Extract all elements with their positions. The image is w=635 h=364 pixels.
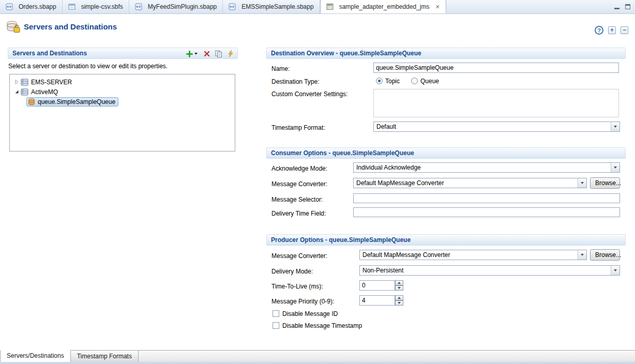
servers-section-header: Servers and Destinations	[8, 48, 238, 59]
close-icon[interactable]: ✕	[435, 4, 440, 10]
tab-timestamp-formats[interactable]: Timestamp Formats	[71, 351, 139, 362]
stepper-down-icon[interactable]	[395, 300, 403, 306]
chevron-collapsed-icon[interactable]	[13, 79, 21, 85]
tab-label: MyFeedSimPlugin.sbapp	[148, 3, 217, 10]
delivery-time-field-input[interactable]	[353, 207, 620, 217]
editor-tab-bar: Orders.sbapp simple-csv.sbfs MyFeedSimPl…	[0, 0, 635, 14]
tree-selected-item[interactable]: queue.SimpleSampleQueue	[26, 97, 118, 107]
acknowledge-mode-label: Acknowledge Mode:	[271, 165, 327, 172]
custom-converter-label: Custom Converter Settings:	[271, 90, 347, 98]
message-priority-stepper[interactable]	[359, 295, 404, 306]
chevron-down-icon[interactable]	[611, 266, 619, 275]
tree-item-ems-server[interactable]: EMS-SERVER	[10, 77, 235, 87]
minimize-icon[interactable]	[614, 5, 619, 9]
jms-adapter-icon	[6, 20, 21, 36]
tree-item-label: queue.SimpleSampleQueue	[38, 98, 115, 105]
queue-radio[interactable]	[411, 78, 418, 84]
message-selector-input[interactable]	[353, 193, 620, 203]
queue-radio-label[interactable]: Queue	[420, 78, 439, 85]
chevron-down-icon[interactable]	[578, 178, 586, 188]
tab-servers-destinations[interactable]: Servers/Destinations	[0, 350, 71, 362]
disable-message-id-checkbox[interactable]	[273, 310, 279, 317]
chevron-down-icon[interactable]	[611, 122, 619, 131]
time-to-live-input[interactable]	[359, 280, 395, 291]
message-selector-label: Message Selector:	[271, 196, 323, 203]
tab-label: EMSSimpleSample.sbapp	[241, 3, 313, 10]
sbfs-file-icon	[68, 3, 75, 10]
servers-toolbar	[185, 50, 235, 58]
servers-section-title: Servers and Destinations	[12, 50, 87, 57]
chevron-down-icon[interactable]	[578, 250, 586, 260]
sbapp-file-icon	[229, 3, 236, 10]
tab-myfeedsimplugin-sbapp[interactable]: MyFeedSimPlugin.sbapp	[129, 0, 223, 13]
stepper-up-icon[interactable]	[395, 280, 403, 285]
add-icon[interactable]	[185, 50, 193, 58]
consumer-options-header: Consumer Options - queue.SimpleSampleQue…	[266, 147, 626, 159]
tree-item-label: EMS-SERVER	[31, 79, 72, 86]
add-dropdown-icon[interactable]	[194, 50, 199, 58]
stepper-down-icon[interactable]	[395, 285, 403, 291]
topic-radio-label[interactable]: Topic	[385, 78, 400, 85]
tree-item-queue-simplesamplequeue[interactable]: queue.SimpleSampleQueue	[10, 97, 235, 107]
copy-icon[interactable]	[215, 50, 223, 58]
delivery-mode-select[interactable]: Non-Persistent	[359, 265, 620, 276]
server-icon	[21, 79, 28, 86]
consumer-options-section: Consumer Options - queue.SimpleSampleQue…	[266, 147, 626, 234]
name-input[interactable]	[373, 63, 619, 73]
maximize-icon[interactable]	[625, 4, 630, 9]
queue-icon	[28, 98, 35, 105]
servers-tree[interactable]: EMS-SERVER ActiveMQ queue.SimpleSampleQu…	[9, 74, 235, 151]
section-title: Consumer Options - queue.SimpleSampleQue…	[271, 149, 414, 157]
timestamp-format-value: Default	[376, 123, 609, 130]
name-label: Name:	[271, 65, 290, 72]
destination-type-label: Destination Type:	[271, 78, 320, 85]
jms-config-file-icon	[326, 3, 334, 10]
delivery-time-field-label: Delivery Time Field:	[271, 210, 326, 217]
stepper-up-icon[interactable]	[395, 295, 403, 300]
delivery-mode-label: Delivery Mode:	[271, 268, 313, 275]
disable-message-timestamp-label[interactable]: Disable Message Timestamp	[282, 322, 362, 329]
producer-message-converter-value: Default MapMessage Converter	[362, 251, 576, 259]
stepper-buttons	[395, 280, 403, 291]
disable-message-timestamp-checkbox[interactable]	[273, 322, 279, 329]
help-icon[interactable]: ?	[595, 26, 603, 35]
servers-panel: Servers and Destinations Select a server…	[8, 48, 238, 151]
disable-message-id-label[interactable]: Disable Message ID	[282, 310, 338, 317]
tree-item-label: ActiveMQ	[31, 88, 58, 96]
tab-sample-adapter-embedded-jms[interactable]: sample_adapter_embedded_jms ✕	[320, 0, 446, 13]
stepper-buttons	[395, 295, 403, 306]
message-priority-input[interactable]	[359, 295, 395, 306]
tab-label: sample_adapter_embedded_jms	[339, 3, 430, 10]
server-icon	[21, 88, 28, 96]
timestamp-format-select[interactable]: Default	[373, 122, 620, 132]
producer-options-header: Producer Options - queue.SimpleSampleQue…	[266, 234, 626, 246]
timestamp-format-label: Timestamp Format:	[271, 124, 325, 131]
window-bottom-edge	[0, 362, 635, 364]
instruction-text: Select a server or destination to view o…	[8, 63, 238, 70]
tab-emssimplesample-sbapp[interactable]: EMSSimpleSample.sbapp	[223, 0, 320, 13]
consumer-browse-button[interactable]: Browse...	[590, 177, 620, 189]
custom-converter-settings-textarea[interactable]	[373, 89, 619, 117]
collapse-sections-icon[interactable]: −	[621, 26, 628, 34]
delivery-mode-value: Non-Persistent	[362, 267, 609, 274]
topic-radio[interactable]	[376, 78, 383, 84]
producer-message-converter-label: Message Converter:	[271, 252, 327, 260]
acknowledge-mode-value: Individual Acknowledge	[356, 164, 609, 171]
chevron-down-icon[interactable]	[611, 163, 619, 172]
tab-orders-sbapp[interactable]: Orders.sbapp	[0, 0, 63, 13]
chevron-expanded-icon[interactable]	[13, 89, 21, 95]
tab-simple-csv-sbfs[interactable]: simple-csv.sbfs	[63, 0, 129, 13]
section-title: Producer Options - queue.SimpleSampleQue…	[271, 236, 411, 244]
time-to-live-stepper[interactable]	[359, 280, 404, 291]
consumer-message-converter-select[interactable]: Default MapMessage Converter	[353, 178, 587, 188]
expand-sections-icon[interactable]: +	[608, 26, 616, 34]
consumer-message-converter-value: Default MapMessage Converter	[356, 179, 576, 187]
tree-item-activemq[interactable]: ActiveMQ	[10, 87, 235, 97]
delete-icon[interactable]	[203, 50, 211, 58]
acknowledge-mode-select[interactable]: Individual Acknowledge	[353, 162, 620, 173]
wizard-lightning-icon[interactable]	[226, 50, 235, 58]
page-title: Servers and Destinations	[24, 22, 117, 31]
producer-message-converter-select[interactable]: Default MapMessage Converter	[359, 250, 587, 260]
sbapp-file-icon	[135, 3, 142, 10]
producer-browse-button[interactable]: Browse...	[590, 249, 620, 261]
